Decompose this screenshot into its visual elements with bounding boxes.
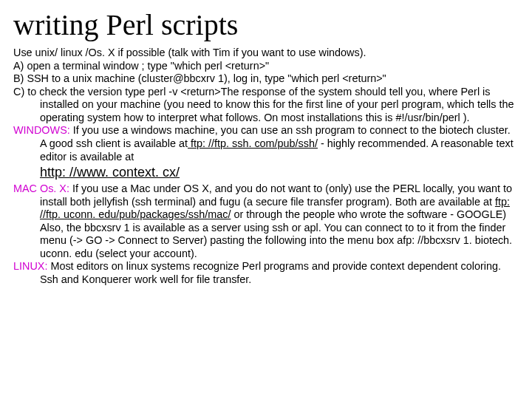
mac-section: MAC Os. X: If you use a Mac under OS X, … (13, 183, 519, 260)
windows-label: WINDOWS: (13, 124, 70, 136)
page-title: writing Perl scripts (13, 7, 519, 42)
linux-section: LINUX: Most editors on linux systems rec… (13, 260, 519, 286)
context-link[interactable]: http: //www. context. cx/ (13, 165, 519, 181)
body-text: Use unix/ linux /Os. X if possible (talk… (13, 47, 519, 287)
windows-section: WINDOWS: If you use a windows machine, y… (13, 124, 519, 163)
item-a: A) open a terminal window ; type "which … (13, 60, 519, 73)
mac-text-1: If you use a Mac under OS X, and you do … (40, 183, 512, 208)
linux-label: LINUX: (13, 260, 47, 272)
mac-label: MAC Os. X: (13, 183, 69, 194)
item-c: C) to check the version type perl -v <re… (13, 86, 519, 125)
ssh-link[interactable]: ftp: //ftp. ssh. com/pub/ssh/ (188, 137, 318, 149)
linux-text: Most editors on linux systems recognize … (40, 260, 501, 285)
item-b: B) SSH to a unix machine (cluster@bbcxrv… (13, 72, 519, 86)
intro-line: Use unix/ linux /Os. X if possible (talk… (13, 47, 519, 60)
